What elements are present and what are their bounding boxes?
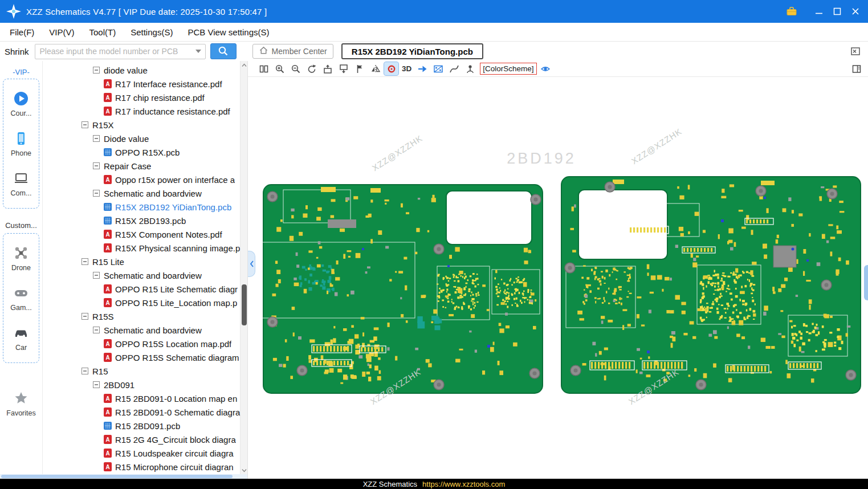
member-center-button[interactable]: Member Center [252,44,333,59]
collapse-icon[interactable] [80,257,89,267]
collapse-icon[interactable] [92,161,101,171]
pin-button[interactable] [352,62,366,75]
vip-briefcase-icon[interactable] [783,3,801,20]
close-document-icon[interactable] [849,45,862,58]
tree-item[interactable]: AR17 Interface resistance.pdf [43,77,240,91]
pcb-canvas[interactable]: XZZ@XZZHKXZZ@XZZHKXZZ@XZZHKXZZ@XZZHK2BD1… [248,77,868,479]
menu-item[interactable]: Tool(T) [82,23,124,41]
collapse-icon[interactable] [80,366,89,376]
sidebar-item-gamepad[interactable]: Gam... [3,278,39,318]
collapse-icon[interactable] [92,325,101,335]
file-tree: diode valueAR17 Interface resistance.pdf… [43,61,240,474]
boardview-button[interactable] [431,62,445,75]
tree-item[interactable]: Schematic and boardview [43,323,240,337]
pdf-icon: A [103,408,112,417]
collapse-icon[interactable] [80,312,89,321]
collapse-icon[interactable] [92,380,101,390]
zoom-in-button[interactable] [272,62,287,75]
minimize-button[interactable] [810,3,828,20]
tree-vertical-scrollbar[interactable] [240,61,247,474]
tree-horizontal-scrollbar[interactable] [0,474,247,479]
tree-item[interactable]: R15 [43,364,240,378]
shrink-button[interactable]: Shrink [5,47,29,56]
tree-item[interactable]: R15 2BD091.pcb [43,419,240,433]
3d-view-button[interactable]: 3D [400,64,413,73]
top-layer-button[interactable] [320,62,335,75]
collapse-icon[interactable] [92,134,101,144]
tree-item[interactable]: AR17 inductance resistance.pdf [43,104,240,118]
pcb-board-view[interactable]: XZZ@XZZHKXZZ@XZZHKXZZ@XZZHKXZZ@XZZHK2BD1… [248,77,868,479]
close-button[interactable] [846,3,865,20]
split-view-button[interactable] [256,62,271,75]
layers-icon [851,64,862,74]
curve-icon [449,64,459,74]
tree-item[interactable]: AOPPO R15 Lite_Location map.p [43,296,240,309]
tree-item[interactable]: R15X 2BD193.pcb [43,214,240,227]
menu-item[interactable]: VIP(V) [42,23,81,41]
flip-horizontal-button[interactable] [368,62,382,75]
tree-item[interactable]: AR15 2BD091-0 Location map en [43,392,240,405]
search-button[interactable] [210,43,237,59]
collapse-icon[interactable] [92,66,101,75]
tree-item[interactable]: AOPPO R15S Location map.pdf [43,337,240,351]
tree-item[interactable]: R15S [43,309,240,323]
tree-item[interactable]: Diode value [43,132,240,145]
tree-item[interactable]: AR17 chip resistance.pdf [43,91,240,104]
combo-caret-icon[interactable] [195,50,201,53]
tree-item[interactable]: AR15X Physical scanning image.p [43,241,240,255]
tree-item[interactable]: AOPPO R15S Schematic diagram [43,351,240,364]
sidebar-item-star[interactable]: Favorites [2,384,40,423]
tree-item[interactable]: AR15 Loudspeaker circuit diagra [43,446,240,460]
tree-item[interactable]: AR15X Component Notes.pdf [43,227,240,241]
model-search-input[interactable] [35,47,205,56]
collapse-icon[interactable] [92,189,101,198]
curve-button[interactable] [447,62,461,75]
tree-item[interactable]: 2BD091 [43,378,240,392]
model-search-combobox[interactable] [35,44,206,59]
layers-panel-button[interactable] [849,62,863,75]
tree-item-label: OPPO R15S Location map.pdf [115,339,231,349]
pdf-icon: A [103,298,112,308]
jump-button[interactable] [415,62,429,75]
tree-item[interactable]: diode value [43,63,240,77]
tree-item-label: R17 chip resistance.pdf [115,93,205,103]
tree-item[interactable]: AOPPO R15 Lite Schematic diagr [43,282,240,296]
maximize-button[interactable] [828,3,846,20]
tree-item[interactable]: R15 Lite [43,255,240,268]
sidebar-item-computer[interactable]: Com... [3,164,39,203]
hscrollbar-thumb[interactable] [1,475,233,478]
right-panel-handle[interactable] [864,265,868,300]
tree-item[interactable]: AR15 Microphone circuit diagran [43,460,240,474]
tree-item[interactable]: R15X 2BD192 YiDianTong.pcb [43,200,240,214]
tree-item[interactable]: Repair Case [43,159,240,173]
menu-item[interactable]: File(F) [2,23,42,41]
tree-item[interactable]: Schematic and boardview [43,268,240,282]
menu-item[interactable]: Settings(S) [123,23,180,41]
collapse-icon[interactable] [92,271,101,280]
sidebar-item-drone[interactable]: Drone [3,238,39,278]
scroll-down-icon[interactable] [241,466,247,474]
tree-item[interactable]: AR15 2BD091-0 Schematic diagra [43,405,240,419]
rotate-view-button[interactable] [304,62,319,75]
probe-button[interactable] [463,62,477,75]
scrollbar-thumb[interactable] [242,284,247,325]
zoom-out-button[interactable] [288,62,303,75]
document-tab[interactable]: R15X 2BD192 YiDianTong.pcb [341,43,483,59]
component-highlight-button[interactable] [384,62,398,75]
tree-item[interactable]: OPPO R15X.pcb [43,145,240,159]
collapse-icon[interactable] [80,120,89,130]
sidebar-item-car[interactable]: Car [3,318,39,358]
visibility-button[interactable] [539,62,553,75]
menu-item[interactable]: PCB View settings(S) [180,23,276,41]
tree-item[interactable]: AOppo r15x power on interface a [43,173,240,186]
scroll-up-icon[interactable] [241,61,247,69]
tree-item[interactable]: AR15 2G 4G_Circuit block diagra [43,433,240,446]
collapse-tree-handle[interactable] [248,251,255,277]
split-view-icon [259,64,269,74]
tree-item[interactable]: Schematic and boardview [43,186,240,200]
sidebar-item-phone[interactable]: Phone [3,124,39,164]
tree-item[interactable]: R15X [43,118,240,132]
colorscheme-button[interactable]: [ColorScheme] [480,63,536,75]
bottom-layer-button[interactable] [336,62,351,75]
sidebar-item-play[interactable]: Cour... [3,84,39,124]
